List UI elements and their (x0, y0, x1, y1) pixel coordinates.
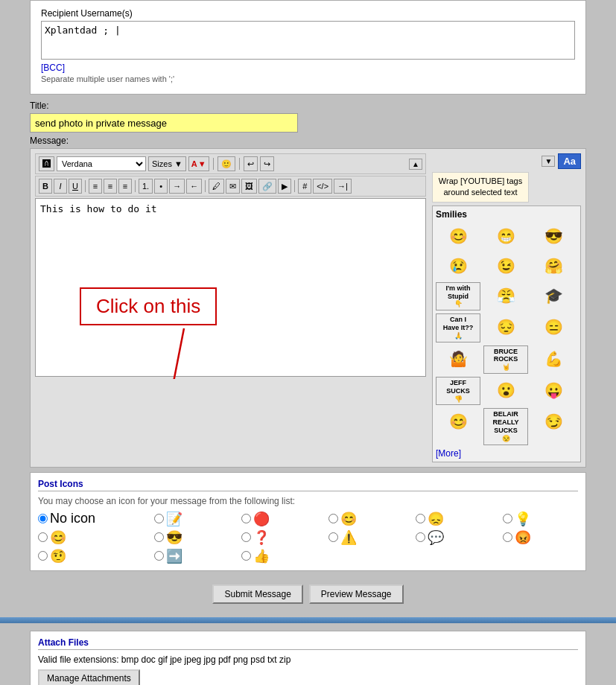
align-right-btn[interactable]: ≡ (118, 179, 132, 194)
post-icon-radio-11[interactable] (503, 532, 512, 542)
post-icon-7: 😎 (154, 529, 229, 546)
link-btn[interactable]: 🔗 (258, 179, 276, 194)
submit-button[interactable]: Submit Message (212, 584, 302, 604)
ul-btn[interactable]: • (154, 179, 168, 194)
indent-btn[interactable]: → (169, 179, 185, 194)
smiley-badge-2[interactable]: Can IHave It??🙏 (436, 313, 480, 342)
more-smilies-link[interactable]: [More] (436, 448, 577, 459)
smiley-17[interactable]: 😮 (483, 377, 528, 404)
post-icon-6: 😊 (38, 529, 142, 546)
post-icon-emoji-10: 💬 (428, 529, 444, 546)
email-btn[interactable]: ✉ (226, 179, 240, 194)
smiley-badge-3[interactable]: BRUCEROCKS🤘 (483, 345, 528, 374)
smilies-title: Smilies (436, 209, 577, 220)
scroll-down-btn[interactable]: ▼ (542, 156, 555, 167)
redo-btn[interactable]: ↪ (260, 156, 274, 171)
post-icon-radio-5[interactable] (503, 514, 512, 523)
toolbar-row2: B I U ≡ ≡ ≡ 1. • → ← 🖊 ✉ 🖼 🔗 (35, 176, 426, 197)
editor-right: ▼ Aa Wrap [YOUTUBE] tags around selected… (432, 153, 581, 462)
smiley-badge-5[interactable]: BELAIRREALLYSUCKS😒 (483, 408, 528, 445)
post-icon-radio-10[interactable] (416, 532, 425, 542)
smiley-4[interactable]: 😢 (436, 252, 480, 279)
outdent-btn[interactable]: ← (186, 179, 202, 194)
hash-btn[interactable]: # (298, 179, 311, 194)
ol-btn[interactable]: 1. (139, 179, 153, 194)
bcc-link[interactable]: [BCC] (41, 63, 65, 73)
wrap-youtube-label: Wrap [YOUTUBE] tags around selected text (439, 176, 522, 197)
post-icon-3: 😊 (328, 511, 404, 527)
smiley-8[interactable]: 😤 (483, 282, 528, 309)
arrow-btn[interactable]: →| (334, 179, 352, 194)
manage-attachments-btn[interactable]: Manage Attachments (38, 669, 140, 685)
align-center-btn[interactable]: ≡ (104, 179, 117, 194)
font-select[interactable]: Verdana Arial Times New Roman (57, 156, 146, 171)
message-textarea[interactable]: This is how to do it (35, 198, 426, 377)
smilies-panel: Smilies 😊 😁 😎 😢 😉 🤗 I'm withStupid👇 😤 🎓 … (432, 206, 581, 462)
smilies-grid: 😊 😁 😎 😢 😉 🤗 I'm withStupid👇 😤 🎓 Can IHav… (436, 223, 577, 445)
post-icon-radio-4[interactable] (416, 514, 425, 523)
smiley-3[interactable]: 😎 (531, 223, 576, 249)
toolbar-icon-btn[interactable]: 🅰 (39, 156, 54, 171)
aa-size-btn[interactable]: Aa (558, 153, 581, 169)
post-icon-radio-6[interactable] (38, 532, 48, 542)
buttons-row: Submit Message Preview Message (30, 579, 586, 610)
smiley-19[interactable]: 😊 (436, 408, 480, 435)
post-icon-radio-9[interactable] (328, 532, 338, 542)
post-icons-section: Post Icons You may choose an icon for yo… (30, 472, 586, 571)
post-icon-radio-3[interactable] (328, 514, 338, 523)
italic-btn[interactable]: I (54, 179, 67, 194)
recipient-input[interactable]: Xplantdad ; | (41, 21, 575, 60)
sep5 (205, 180, 206, 192)
sep1 (213, 158, 214, 170)
smiley-15[interactable]: 💪 (531, 345, 576, 372)
smiley-21[interactable]: 😏 (531, 408, 576, 435)
post-icon-10: 💬 (416, 529, 491, 546)
post-icon-12: 🤨 (38, 548, 142, 564)
image-btn[interactable]: 🖼 (241, 179, 257, 194)
sep4 (135, 180, 136, 192)
post-icon-radio-14[interactable] (241, 551, 251, 561)
post-icon-1: 📝 (154, 511, 229, 527)
scroll-up-btn[interactable]: ▲ (409, 159, 422, 170)
post-icon-4: 😞 (416, 511, 491, 527)
smiley-6[interactable]: 🤗 (531, 252, 576, 279)
highlight-btn[interactable]: 🖊 (209, 179, 224, 194)
post-icon-radio-no[interactable] (38, 514, 48, 523)
editor-container: 🅰 Verdana Arial Times New Roman Sizes ▼ … (30, 148, 586, 468)
post-icon-no-icon: No icon (38, 511, 142, 526)
media-btn[interactable]: ▶ (278, 179, 291, 194)
smiley-1[interactable]: 😊 (436, 223, 480, 249)
post-icon-radio-7[interactable] (154, 532, 164, 542)
smiley-18[interactable]: 😛 (531, 377, 576, 404)
undo-btn[interactable]: ↩ (244, 156, 258, 171)
post-icon-emoji-9: ⚠️ (340, 529, 357, 546)
post-icon-emoji-4: 😞 (428, 511, 444, 527)
underline-btn[interactable]: U (69, 179, 82, 194)
smiley-9[interactable]: 🎓 (531, 282, 576, 309)
post-icon-radio-12[interactable] (38, 551, 48, 561)
post-icon-emoji-11: 😡 (515, 529, 531, 546)
post-icon-11: 😡 (503, 529, 578, 546)
code-btn[interactable]: </> (313, 179, 332, 194)
preview-button[interactable]: Preview Message (309, 584, 404, 604)
smiley-13[interactable]: 🤷 (436, 345, 480, 372)
smiley-11[interactable]: 😔 (483, 313, 528, 340)
align-left-btn[interactable]: ≡ (89, 179, 102, 194)
title-input[interactable] (30, 113, 298, 133)
smiley-2[interactable]: 😁 (483, 223, 528, 249)
smiley-badge-4[interactable]: JEFFSUCKS👎 (436, 377, 480, 405)
smiley-5[interactable]: 😉 (483, 252, 528, 279)
bold-btn[interactable]: B (39, 179, 52, 194)
smiley-badge-1[interactable]: I'm withStupid👇 (436, 282, 480, 310)
smiley-12[interactable]: 😑 (531, 313, 576, 340)
post-icon-radio-13[interactable] (154, 551, 164, 561)
smiley-btn[interactable]: 🙂 (217, 156, 235, 171)
sep3 (85, 180, 86, 192)
top-section: Recipient Username(s) Xplantdad ; | [BCC… (30, 0, 586, 95)
sizes-btn[interactable]: Sizes ▼ (148, 156, 186, 171)
message-section: Message: 🅰 Verdana Arial Times New Roman… (30, 136, 586, 468)
post-icon-radio-8[interactable] (241, 532, 251, 542)
post-icon-radio-2[interactable] (241, 514, 251, 523)
font-color-btn[interactable]: A ▼ (188, 156, 209, 171)
post-icon-radio-1[interactable] (154, 514, 164, 523)
